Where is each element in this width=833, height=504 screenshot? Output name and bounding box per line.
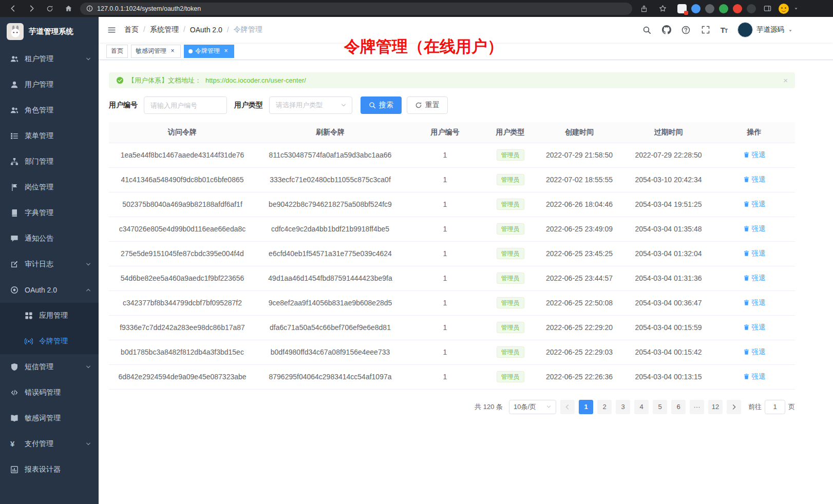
sidebar-item-menu[interactable]: 菜单管理 (0, 123, 99, 149)
alert-close-icon[interactable]: × (783, 76, 788, 84)
page-button-1[interactable]: 1 (579, 400, 593, 414)
refresh-token-cell: 333ecfc71e02480cb11055c875c3ca0f (256, 167, 405, 192)
force-logout-button[interactable]: 强退 (743, 175, 766, 184)
created-time-cell: 2022-06-25 23:49:09 (535, 217, 623, 241)
user-id-cell: 1 (405, 266, 485, 290)
reset-button[interactable]: 重置 (407, 96, 448, 114)
table-row: 6d842e2924594de9a09e45e087323abe 8796295… (109, 364, 795, 389)
created-time-cell: 2022-06-25 22:26:36 (535, 364, 623, 389)
search-icon[interactable] (642, 25, 652, 34)
extension-icon-5[interactable] (733, 4, 742, 13)
sidebar-item-oauth2-token[interactable]: 令牌管理 (0, 328, 99, 354)
page-button-6[interactable]: 6 (671, 400, 686, 414)
browser-reload-button[interactable] (43, 2, 56, 15)
fullscreen-icon[interactable] (701, 25, 710, 34)
extension-icon-3[interactable] (705, 4, 714, 13)
breadcrumb-system[interactable]: 系统管理 (150, 25, 185, 34)
github-icon[interactable] (662, 25, 671, 34)
hamburger-icon[interactable] (99, 17, 124, 43)
force-logout-button[interactable]: 强退 (743, 372, 766, 381)
user-menu[interactable]: 芋道源码 (737, 22, 793, 37)
help-icon[interactable] (681, 25, 691, 34)
tab-token[interactable]: 令牌管理 × (184, 45, 234, 58)
oauth2-submenu: 应用管理 令牌管理 (0, 303, 99, 354)
extension-icon-2[interactable] (691, 4, 701, 13)
profile-caret-icon[interactable] (793, 6, 799, 11)
browser-home-button[interactable] (62, 2, 75, 15)
sidebar-item-audit-log[interactable]: 审计日志 (0, 251, 99, 277)
close-icon[interactable]: × (222, 48, 230, 55)
page-button-4[interactable]: 4 (634, 400, 649, 414)
doc-link[interactable]: https://doc.iocoder.cn/user-center/ (205, 76, 306, 84)
extension-icon-4[interactable] (719, 4, 728, 13)
force-logout-button[interactable]: 强退 (743, 347, 766, 357)
goto-page-input[interactable] (765, 400, 785, 414)
side-panel-icon[interactable] (761, 2, 774, 15)
user-type-select[interactable]: 请选择用户类型 (269, 96, 352, 114)
sidebar-item-notice[interactable]: 通知公告 (0, 226, 99, 251)
page-button-3[interactable]: 3 (616, 400, 630, 414)
force-logout-button[interactable]: 强退 (743, 150, 766, 160)
browser-forward-button[interactable] (25, 2, 38, 15)
force-logout-button[interactable]: 强退 (743, 323, 766, 332)
user-type-cell: 管理员 (485, 217, 535, 241)
sidebar-item-oauth2-client[interactable]: 应用管理 (0, 303, 99, 328)
user-type-badge: 管理员 (497, 174, 524, 185)
table-row: c342377bf8b344799dcbf7bf095287f2 9ce8ef2… (109, 290, 795, 315)
bookmark-star-icon[interactable] (656, 2, 669, 15)
sidebar-item-sensitive-word[interactable]: 敏感词管理 (0, 405, 99, 431)
access-token-cell: 41c41346a548490f9dc8b01c6bfe0865 (109, 167, 256, 192)
extension-icon-1[interactable] (677, 4, 687, 13)
user-type-badge: 管理员 (497, 322, 524, 333)
trash-icon (743, 299, 750, 306)
sidebar-item-pay[interactable]: ¥ 支付管理 (0, 431, 99, 457)
sidebar-item-report-designer[interactable]: 报表设计器 (0, 457, 99, 482)
next-page-button[interactable] (727, 400, 741, 414)
tab-home[interactable]: 首页 (106, 45, 128, 58)
action-cell: 强退 (713, 167, 795, 192)
site-info-icon[interactable] (86, 5, 93, 12)
user-type-badge: 管理员 (497, 273, 524, 284)
force-logout-button[interactable]: 强退 (743, 249, 766, 258)
breadcrumb-home[interactable]: 首页 (124, 25, 145, 34)
sidebar-item-sms[interactable]: 短信管理 (0, 354, 99, 380)
sidebar-item-post[interactable]: 岗位管理 (0, 175, 99, 200)
browser-back-button[interactable] (6, 2, 20, 15)
user-type-cell: 管理员 (485, 315, 535, 340)
sidebar-item-dict[interactable]: 字典管理 (0, 200, 99, 226)
breadcrumb: 首页 系统管理 OAuth 2.0 令牌管理 (124, 25, 262, 34)
font-size-icon[interactable]: TT (721, 26, 727, 34)
sidebar-item-dept[interactable]: 部门管理 (0, 149, 99, 175)
browser-profile-avatar[interactable] (779, 4, 789, 14)
force-logout-button[interactable]: 强退 (743, 298, 766, 307)
page-more-button[interactable]: ··· (690, 400, 704, 414)
created-time-cell: 2022-06-25 22:50:08 (535, 290, 623, 315)
user-id-cell: 1 (405, 315, 485, 340)
page-button-2[interactable]: 2 (597, 400, 612, 414)
refresh-token-cell: 8796295f04064c2983414cc54af1097a (256, 364, 405, 389)
url-bar[interactable]: 127.0.0.1:1024/system/oauth2/token (80, 3, 632, 15)
force-logout-button[interactable]: 强退 (743, 200, 766, 209)
refresh-token-cell: 811c530487574fa0af1a59d3abc1aa66 (256, 143, 405, 167)
sidebar-item-tenant[interactable]: 租户管理 (0, 46, 99, 72)
app-logo[interactable]: 芋道管理系统 (0, 17, 99, 46)
force-logout-button[interactable]: 强退 (743, 224, 766, 234)
page-button-12[interactable]: 12 (708, 400, 723, 414)
search-button[interactable]: 搜索 (361, 96, 402, 114)
page-button-5[interactable]: 5 (653, 400, 667, 414)
prev-page-button[interactable] (560, 400, 575, 414)
force-logout-button[interactable]: 强退 (743, 274, 766, 283)
breadcrumb-oauth2[interactable]: OAuth 2.0 (190, 26, 229, 34)
user-id-cell: 1 (405, 167, 485, 192)
extension-icon-6[interactable] (747, 4, 756, 13)
user-type-cell: 管理员 (485, 266, 535, 290)
sidebar-item-user[interactable]: 用户管理 (0, 72, 99, 98)
sidebar-item-error-code[interactable]: 错误码管理 (0, 380, 99, 405)
close-icon[interactable]: × (169, 48, 176, 55)
sidebar-item-role[interactable]: 角色管理 (0, 98, 99, 123)
user-id-input[interactable] (144, 96, 227, 114)
page-size-select[interactable]: 10条/页 (509, 400, 556, 414)
sidebar-item-oauth2[interactable]: OAuth 2.0 (0, 277, 99, 303)
tab-sensitive-word[interactable]: 敏感词管理 × (131, 45, 181, 58)
share-icon[interactable] (637, 2, 651, 15)
